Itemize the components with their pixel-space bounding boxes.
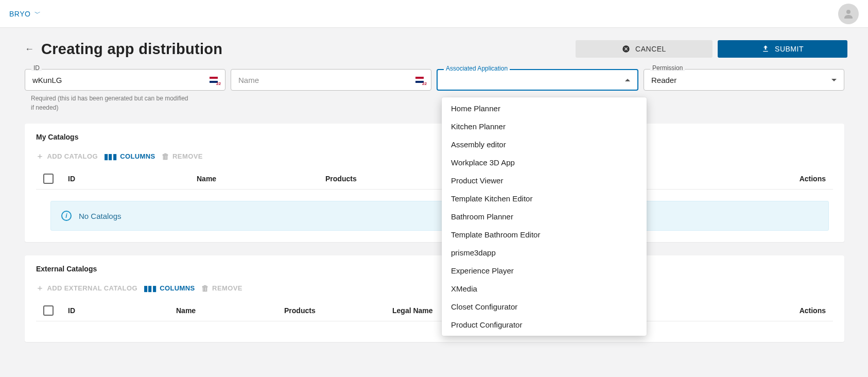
col-products[interactable]: Products: [284, 306, 392, 315]
chevron-up-icon: [625, 79, 630, 81]
page-title: Creating app distribution: [41, 41, 222, 58]
upload-icon: [761, 45, 770, 53]
no-catalogs-banner: i No Catalogs: [50, 201, 829, 231]
cancel-button-label: CANCEL: [635, 45, 666, 53]
remove-button[interactable]: 🗑 REMOVE: [162, 152, 203, 161]
assoc-option[interactable]: XMedia: [442, 280, 647, 298]
cancel-button[interactable]: CANCEL: [576, 40, 713, 58]
assoc-option[interactable]: Bathroom Planner: [442, 208, 647, 226]
cancel-icon: [622, 45, 630, 53]
add-ext-label: ADD EXTERNAL CATALOG: [47, 284, 137, 292]
add-catalog-label: ADD CATALOG: [47, 152, 98, 160]
no-catalogs-text: No Catalogs: [79, 212, 121, 220]
locale-flag-icon: [210, 77, 218, 83]
id-field[interactable]: ID: [25, 69, 225, 91]
columns-label-ext: COLUMNS: [160, 284, 195, 292]
associated-application-dropdown[interactable]: Home PlannerKitchen PlannerAssembly edit…: [442, 97, 647, 336]
columns-icon: ▮▮▮: [104, 152, 117, 161]
col-id[interactable]: ID: [68, 175, 197, 183]
my-catalogs-header: ID Name Products Actions: [36, 168, 833, 190]
id-helper-text: Required (this id has been generated but…: [4, 91, 210, 112]
col-actions: Actions: [800, 306, 826, 315]
external-catalogs-title: External Catalogs: [36, 265, 833, 273]
avatar[interactable]: [838, 4, 859, 24]
assoc-option[interactable]: Product Configurator: [442, 316, 647, 334]
chevron-down-icon: [831, 79, 837, 81]
assoc-option[interactable]: Workplace 3D App: [442, 153, 647, 172]
permission-label: Permission: [650, 65, 685, 71]
assoc-option[interactable]: Product Viewer: [442, 172, 647, 190]
assoc-app-label: Associated Application: [444, 65, 510, 72]
columns-button[interactable]: ▮▮▮ COLUMNS: [144, 284, 195, 293]
assoc-option[interactable]: Experience Player: [442, 262, 647, 280]
id-input[interactable]: [32, 76, 205, 84]
external-catalogs-header: ID Name Products Legal Name Last update …: [36, 300, 833, 321]
remove-label-ext: REMOVE: [212, 284, 242, 292]
assoc-option[interactable]: Template Bathroom Editor: [442, 226, 647, 244]
remove-button[interactable]: 🗑 REMOVE: [201, 284, 242, 293]
assoc-option[interactable]: Template Kitchen Editor: [442, 190, 647, 208]
select-all-checkbox[interactable]: [43, 305, 54, 316]
add-external-catalog-button[interactable]: ＋ ADD EXTERNAL CATALOG: [36, 283, 137, 293]
submit-button[interactable]: SUBMIT: [718, 40, 847, 58]
assoc-option[interactable]: prisme3dapp: [442, 244, 647, 262]
chevron-down-icon: ﹀: [34, 9, 41, 18]
my-catalogs-title: My Catalogs: [36, 133, 833, 141]
columns-button[interactable]: ▮▮▮ COLUMNS: [104, 152, 155, 161]
col-name[interactable]: Name: [197, 175, 325, 183]
brand-label: BRYO: [9, 10, 30, 18]
back-arrow-icon[interactable]: ←: [25, 44, 34, 55]
col-id[interactable]: ID: [68, 306, 176, 315]
associated-application-select[interactable]: Associated Application: [437, 69, 638, 91]
plus-icon: ＋: [36, 283, 44, 293]
brand-switcher[interactable]: BRYO ﹀: [9, 9, 41, 18]
locale-flag-icon: [415, 77, 424, 83]
columns-icon: ▮▮▮: [144, 284, 157, 293]
assoc-option[interactable]: Home Planner: [442, 99, 647, 117]
col-products[interactable]: Products: [325, 175, 408, 183]
svg-point-0: [846, 10, 850, 14]
plus-icon: ＋: [36, 151, 44, 161]
assoc-option[interactable]: Assembly editor: [442, 135, 647, 153]
person-icon: [842, 8, 855, 20]
assoc-option[interactable]: Kitchen Planner: [442, 117, 647, 135]
name-field[interactable]: [231, 69, 431, 91]
columns-label: COLUMNS: [120, 152, 155, 160]
id-field-label: ID: [31, 65, 42, 71]
info-icon: i: [61, 211, 72, 221]
assoc-option[interactable]: Closet Configurator: [442, 298, 647, 316]
trash-icon: 🗑: [162, 152, 169, 161]
remove-label: REMOVE: [172, 152, 203, 160]
submit-button-label: SUBMIT: [775, 45, 804, 53]
add-catalog-button[interactable]: ＋ ADD CATALOG: [36, 151, 98, 161]
col-actions: Actions: [800, 175, 826, 183]
name-input[interactable]: [238, 76, 411, 84]
trash-icon: 🗑: [201, 284, 209, 293]
permission-select[interactable]: Permission Reader: [644, 69, 844, 91]
permission-value: Reader: [651, 76, 676, 84]
col-name[interactable]: Name: [176, 306, 284, 315]
select-all-checkbox[interactable]: [43, 174, 54, 184]
